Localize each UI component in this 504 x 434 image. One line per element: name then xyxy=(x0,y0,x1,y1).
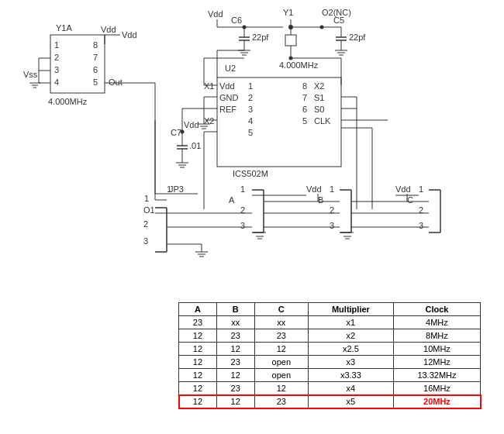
table-row: 121212x2.510MHz xyxy=(179,343,481,356)
table-cell: 4MHz xyxy=(393,316,480,329)
svg-text:Y1: Y1 xyxy=(283,8,293,17)
svg-text:Vss: Vss xyxy=(23,70,38,79)
table-cell: 13.32MHz xyxy=(393,369,480,382)
col-header-b: B xyxy=(216,303,254,316)
table-cell: 10MHz xyxy=(393,343,480,356)
svg-text:3: 3 xyxy=(240,221,245,230)
svg-text:C: C xyxy=(407,195,413,205)
svg-text:3: 3 xyxy=(330,221,334,230)
table-cell: 23 xyxy=(216,382,254,395)
svg-text:1: 1 xyxy=(248,81,253,91)
svg-text:4: 4 xyxy=(54,78,59,87)
svg-text:1: 1 xyxy=(54,40,59,50)
table-cell: 12 xyxy=(216,395,254,408)
multiplier-table: A B C Multiplier Clock 23xxxxx14MHz12232… xyxy=(178,302,481,408)
svg-text:Vdd: Vdd xyxy=(208,9,223,19)
col-header-mult: Multiplier xyxy=(308,303,393,316)
table-cell: 12MHz xyxy=(393,356,480,369)
table-row: 1212openx3.3313.32MHz xyxy=(179,369,481,382)
svg-text:C7: C7 xyxy=(171,128,181,137)
svg-text:4.000MHz: 4.000MHz xyxy=(48,97,88,106)
svg-text:GND: GND xyxy=(219,93,239,102)
svg-text:5: 5 xyxy=(93,78,98,87)
svg-text:Vdd: Vdd xyxy=(184,120,199,129)
svg-point-94 xyxy=(181,130,185,134)
svg-text:X2: X2 xyxy=(314,81,324,91)
schematic: Y1A Vdd 1 8 2 7 3 6 4 5 Vss Out 4.000MHz… xyxy=(0,0,504,302)
svg-text:Vdd: Vdd xyxy=(122,30,137,40)
svg-text:S0: S0 xyxy=(314,105,324,114)
svg-text:X1: X1 xyxy=(204,81,214,91)
svg-text:3: 3 xyxy=(419,221,423,230)
table-cell: 12 xyxy=(179,356,217,369)
table-row: 1223openx312MHz xyxy=(179,356,481,369)
table-cell: x2 xyxy=(308,329,393,343)
table-cell: 23 xyxy=(254,395,308,408)
table-cell: x5 xyxy=(308,395,393,408)
svg-text:1: 1 xyxy=(330,184,334,194)
table-cell: 12 xyxy=(179,329,217,343)
table-cell: 23 xyxy=(254,329,308,343)
svg-text:1: 1 xyxy=(144,194,149,203)
svg-text:3: 3 xyxy=(54,65,59,74)
svg-text:2: 2 xyxy=(248,93,253,102)
svg-text:Vdd: Vdd xyxy=(306,184,322,194)
table-cell: x2.5 xyxy=(308,343,393,356)
svg-point-176 xyxy=(289,57,293,60)
svg-text:7: 7 xyxy=(93,53,98,62)
svg-text:5: 5 xyxy=(302,116,307,126)
table-cell: 12 xyxy=(179,382,217,395)
svg-text:6: 6 xyxy=(93,65,98,74)
table-cell: 23 xyxy=(216,356,254,369)
svg-text:REF: REF xyxy=(219,105,236,114)
svg-text:Vdd: Vdd xyxy=(101,25,116,34)
table-cell: 12 xyxy=(254,382,308,395)
table-cell: 12 xyxy=(216,343,254,356)
frequency-table: A B C Multiplier Clock 23xxxxx14MHz12232… xyxy=(178,302,481,434)
col-header-clock: Clock xyxy=(393,303,480,316)
table-cell: xx xyxy=(216,316,254,329)
svg-text:7: 7 xyxy=(302,93,307,102)
svg-text:4.000MHz: 4.000MHz xyxy=(279,60,319,70)
svg-text:CLK: CLK xyxy=(314,116,331,126)
svg-text:2: 2 xyxy=(143,219,148,229)
col-header-a: A xyxy=(179,303,217,316)
svg-text:O2(NC): O2(NC) xyxy=(322,8,351,17)
svg-text:4: 4 xyxy=(248,116,253,126)
svg-text:22pf: 22pf xyxy=(349,33,366,42)
table-cell: 20MHz xyxy=(393,395,480,408)
svg-text:O1: O1 xyxy=(143,205,155,215)
svg-text:3: 3 xyxy=(143,236,148,246)
svg-text:5: 5 xyxy=(248,128,253,137)
svg-text:2: 2 xyxy=(54,53,59,62)
table-cell: x1 xyxy=(308,316,393,329)
table-cell: 12 xyxy=(179,395,217,408)
table-cell: 12 xyxy=(179,343,217,356)
svg-text:3: 3 xyxy=(248,105,253,114)
table-cell: 8MHz xyxy=(393,329,480,343)
table-cell: x3 xyxy=(308,356,393,369)
svg-text:8: 8 xyxy=(302,81,307,91)
svg-text:B: B xyxy=(318,195,323,205)
table-row: 122323x28MHz xyxy=(179,329,481,343)
table-cell: 23 xyxy=(216,329,254,343)
svg-text:8: 8 xyxy=(93,40,98,50)
svg-text:Y1A: Y1A xyxy=(56,23,72,33)
svg-text:U2: U2 xyxy=(225,64,236,73)
table-cell: open xyxy=(254,369,308,382)
table-cell: x3.33 xyxy=(308,369,393,382)
svg-text:6: 6 xyxy=(302,105,307,114)
svg-text:Vdd: Vdd xyxy=(219,81,235,91)
table-cell: 12 xyxy=(216,369,254,382)
svg-text:C6: C6 xyxy=(231,16,242,25)
table-row: 23xxxxx14MHz xyxy=(179,316,481,329)
svg-text:S1: S1 xyxy=(314,93,324,102)
table-cell: 23 xyxy=(179,316,217,329)
table-cell: 16MHz xyxy=(393,382,480,395)
svg-text:A: A xyxy=(229,195,235,205)
table-cell: 12 xyxy=(179,369,217,382)
table-cell: open xyxy=(254,356,308,369)
svg-text:Out: Out xyxy=(109,78,123,87)
table-row: 121223x520MHz xyxy=(179,395,481,408)
svg-text:Vdd: Vdd xyxy=(395,184,411,194)
